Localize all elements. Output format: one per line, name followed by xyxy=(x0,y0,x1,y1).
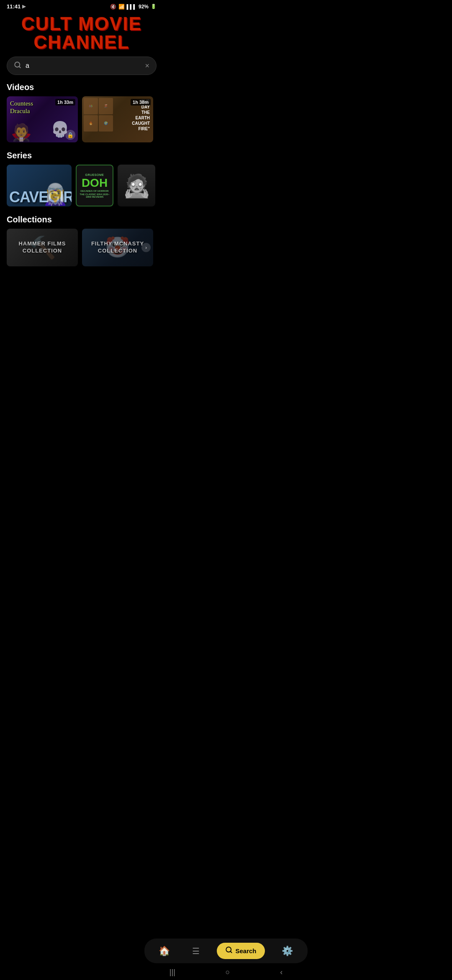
collage-cell-4: 🌍 xyxy=(99,115,113,132)
series-card-frankenstein[interactable]: 🧟 xyxy=(118,165,155,206)
video-card-day-earth[interactable]: 👫 🌋 🔥 🌍 "THEDAYTHEEARTHCAUGHTFIRE" 1h 38… xyxy=(82,96,153,142)
collage-cell-3: 🔥 xyxy=(84,115,98,132)
logo-text: CULT MOVIECHANNEL xyxy=(7,15,157,52)
series-row: 🧝‍♀️ CAVEGIRL Gruesome DOH Decades of Ho… xyxy=(0,165,163,206)
collage-cell-2: 🌋 xyxy=(99,98,113,114)
status-bar: 11:41 ▶ 🔇 📶 ▌▌▌ 92% 🔋 xyxy=(0,0,163,11)
vampire-figure-art: 🧛 xyxy=(11,123,32,142)
series-card-doh[interactable]: Gruesome DOH Decades of Horror The Class… xyxy=(76,165,113,206)
countess-duration: 1h 33m xyxy=(55,99,75,106)
filthy-nav-arrow[interactable]: › xyxy=(141,243,151,252)
search-bar[interactable]: × xyxy=(7,57,157,75)
mute-icon: 🔇 xyxy=(110,4,116,10)
collage-cell-1: 👫 xyxy=(84,98,98,114)
battery-icon: 🔋 xyxy=(151,4,157,9)
collections-row: 🔨 HAMMER FILMS COLLECTION 🤡 FILTHY MCNAS… xyxy=(0,229,163,266)
cavegirl-figure-art: 🧝‍♀️ xyxy=(42,182,68,206)
video-card-countess-dracula[interactable]: 🧛 💀 CountessDracula 1h 33m 🔒 xyxy=(7,96,78,142)
svg-line-1 xyxy=(19,66,20,67)
series-card-cavegirl[interactable]: 🧝‍♀️ CAVEGIRL xyxy=(7,165,72,206)
videos-section-title: Videos xyxy=(0,83,163,96)
play-indicator: ▶ xyxy=(22,4,26,9)
time-display: 11:41 xyxy=(7,3,21,10)
doh-subtitle: Decades of Horror xyxy=(80,190,108,192)
signal-icon: ▌▌▌ xyxy=(127,4,136,9)
doh-subtitle2: The Classic Era 1920–1969 Reviews xyxy=(79,193,110,198)
wifi-icon: 📶 xyxy=(118,4,125,10)
status-icons: 🔇 📶 ▌▌▌ 92% 🔋 xyxy=(110,4,157,10)
countess-title-text: CountessDracula xyxy=(10,100,33,115)
hammer-collection-label: HAMMER FILMS COLLECTION xyxy=(7,239,78,256)
countess-lock-icon: 🔒 xyxy=(65,130,75,140)
doh-title: DOH xyxy=(82,177,108,189)
doh-label-top: Gruesome xyxy=(85,173,104,176)
collection-card-hammer[interactable]: 🔨 HAMMER FILMS COLLECTION xyxy=(7,229,78,266)
day-earth-collage: 👫 🌋 🔥 🌍 xyxy=(84,98,113,132)
videos-section: Videos 🧛 💀 CountessDracula 1h 33m 🔒 👫 🌋 … xyxy=(0,83,163,142)
collection-card-filthy-mcnasty[interactable]: 🤡 FILTHY MCNASTY COLLECTION › xyxy=(82,229,153,266)
search-input[interactable] xyxy=(26,62,141,70)
battery-display: 92% xyxy=(139,4,149,10)
app-logo: CULT MOVIECHANNEL xyxy=(0,11,163,57)
frankenstein-face-art: 🧟 xyxy=(123,174,151,197)
collections-section: Collections 🔨 HAMMER FILMS COLLECTION 🤡 … xyxy=(0,215,163,266)
day-earth-duration: 1h 38m xyxy=(131,99,151,106)
status-time: 11:41 ▶ xyxy=(7,3,26,10)
series-section: Series 🧝‍♀️ CAVEGIRL Gruesome DOH Decade… xyxy=(0,151,163,206)
search-clear-button[interactable]: × xyxy=(145,62,149,70)
series-section-title: Series xyxy=(0,151,163,165)
collections-section-title: Collections xyxy=(0,215,163,229)
search-icon xyxy=(14,61,21,70)
videos-row: 🧛 💀 CountessDracula 1h 33m 🔒 👫 🌋 🔥 🌍 "TH… xyxy=(0,96,163,142)
